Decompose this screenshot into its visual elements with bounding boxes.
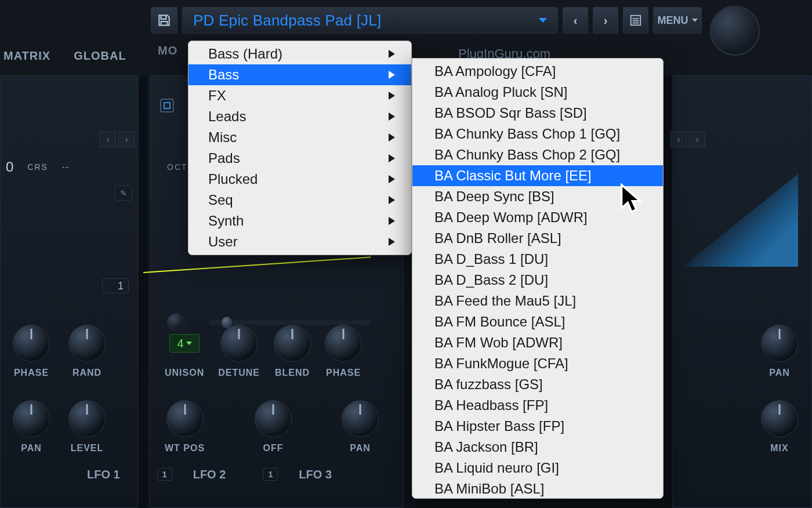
osc-a-page-indicator[interactable]: 1 (102, 278, 129, 293)
category-item-label: Synth (208, 213, 244, 229)
preset-item-label: BA Headbass [FP] (434, 397, 548, 413)
preset-prev-button[interactable]: ‹ (563, 7, 588, 34)
wtpos-knob[interactable] (166, 400, 204, 437)
filter-mix-knob[interactable] (761, 400, 798, 437)
preset-item[interactable]: BA FunkMogue [CFA] (412, 353, 663, 374)
submenu-arrow-icon (389, 113, 395, 121)
level-knob[interactable] (68, 400, 106, 437)
filter-knob-row-1: PAN (761, 325, 798, 378)
preset-item[interactable]: BA MiniBob [ASL] (412, 478, 663, 499)
category-item[interactable]: Pads (188, 148, 411, 169)
pan-knob[interactable] (13, 400, 50, 437)
category-item[interactable]: Misc (188, 127, 411, 148)
preset-item[interactable]: BA FM Bounce [ASL] (412, 311, 663, 332)
osc-a-nav: ‹ › (100, 131, 135, 147)
category-item-label: Leads (208, 108, 246, 125)
phase-label: PHASE (14, 368, 49, 378)
category-item[interactable]: Synth (188, 211, 411, 231)
category-item[interactable]: Bass (Hard) (188, 43, 411, 64)
preset-item[interactable]: BA Ampology [CFA] (412, 61, 663, 82)
lfo2-steps[interactable]: 1 (263, 468, 278, 481)
preset-item[interactable]: BA FM Wob [ADWR] (412, 332, 663, 353)
category-item-label: Pads (208, 150, 240, 166)
category-item-label: Seq (208, 192, 233, 208)
rand-label: RAND (72, 368, 102, 378)
osc-a-coarse-value[interactable]: 0 (6, 159, 13, 175)
master-volume-knob[interactable] (710, 6, 760, 56)
preset-item[interactable]: BA Jackson [BR] (412, 437, 663, 458)
preset-next-button[interactable]: › (593, 7, 618, 34)
preset-item[interactable]: BA D_Bass 1 [DU] (412, 249, 663, 270)
blend-knob[interactable] (274, 325, 311, 362)
osc-a-next-button[interactable]: › (118, 131, 135, 147)
preset-name-label: PD Epic Bandpass Pad [JL] (193, 12, 381, 30)
preset-item[interactable]: BA fuzzbass [GS] (412, 374, 663, 395)
detune-knob[interactable] (220, 325, 258, 362)
warp-knob[interactable] (255, 400, 292, 437)
category-item[interactable]: FX (188, 85, 411, 106)
phase-knob[interactable] (13, 325, 50, 362)
wtpos-label: WT POS (165, 443, 205, 453)
preset-item-label: BA Feed the Mau5 [JL] (434, 293, 576, 309)
preset-item[interactable]: BA BSOD Sqr Bass [SD] (412, 103, 663, 124)
preset-item[interactable]: BA Feed the Mau5 [JL] (412, 291, 663, 311)
tab-matrix[interactable]: MATRIX (3, 49, 50, 63)
lfo1-steps[interactable]: 1 (157, 468, 172, 481)
lfo-tab-row: LFO 1 1 LFO 2 1 LFO 3 (0, 463, 812, 486)
category-item[interactable]: User (188, 231, 411, 252)
osc-a-prev-button[interactable]: ‹ (100, 131, 116, 147)
filter-next-button[interactable]: › (689, 131, 705, 147)
tab-global[interactable]: GLOBAL (74, 49, 126, 63)
tab-lfo3[interactable]: LFO 3 (299, 468, 332, 481)
osc-a-knob-row-2: PAN LEVEL (13, 400, 106, 453)
category-item[interactable]: Bass (188, 64, 411, 85)
preset-item-label: BA DnB Roller [ASL] (434, 230, 561, 246)
preset-item[interactable]: BA D_Bass 2 [DU] (412, 270, 663, 291)
filter-pan-knob[interactable] (761, 325, 798, 362)
tab-mod-partial[interactable]: MO (158, 44, 177, 57)
category-item-label: Bass (Hard) (208, 46, 282, 62)
phase-knob-b[interactable] (325, 325, 362, 362)
main-menu-button[interactable]: MENU (653, 7, 702, 34)
osc-a-knob-row-1: PHASE RAND (13, 325, 106, 378)
submenu-arrow-icon (389, 71, 395, 79)
menu-label: MENU (658, 14, 688, 27)
category-item-label: Bass (208, 67, 239, 83)
chevron-left-icon: ‹ (574, 14, 578, 27)
page-tabs-left: MATRIX GLOBAL (0, 44, 151, 67)
filter-prev-button[interactable]: ‹ (670, 131, 687, 147)
preset-item-label: BA Ampology [CFA] (434, 63, 556, 79)
category-item[interactable]: Leads (188, 106, 411, 127)
save-preset-button[interactable] (151, 7, 177, 34)
tab-lfo2[interactable]: LFO 2 (193, 468, 226, 481)
submenu-arrow-icon (389, 217, 395, 225)
osc-enable-toggle[interactable] (160, 99, 174, 113)
preset-item[interactable]: BA Analog Pluck [SN] (412, 82, 663, 103)
preset-item[interactable]: BA Headbass [FP] (412, 395, 663, 416)
wt-position-slider-track[interactable] (209, 320, 371, 325)
menu-caret-icon (692, 19, 698, 22)
rand-knob[interactable] (68, 325, 106, 362)
preset-item[interactable]: BA Liquid neuro [GI] (412, 458, 663, 478)
preset-item-label: BA Chunky Bass Chop 2 [GQ] (434, 147, 620, 163)
category-item-label: User (208, 234, 238, 250)
category-item[interactable]: Seq (188, 190, 411, 211)
preset-name-dropdown[interactable]: PD Epic Bandpass Pad [JL] (182, 7, 558, 34)
preset-item-label: BA MiniBob [ASL] (434, 481, 544, 497)
unison-label: UNISON (165, 368, 204, 378)
osc-b-knob-row-1: 4 UNISON DETUNE BLEND PHASE (165, 325, 362, 378)
detune-label: DETUNE (218, 368, 260, 378)
preset-browser-button[interactable] (623, 7, 648, 34)
off-label: OFF (263, 443, 284, 453)
level-label: LEVEL (71, 443, 104, 453)
preset-item[interactable]: BA Chunky Bass Chop 2 [GQ] (412, 144, 663, 165)
pan-knob-b[interactable] (342, 400, 379, 437)
stepper-caret-icon (186, 342, 192, 345)
tab-lfo1[interactable]: LFO 1 (87, 468, 120, 481)
unison-voices-stepper[interactable]: 4 (169, 334, 200, 353)
preset-item[interactable]: BA Hipster Bass [FP] (412, 416, 663, 437)
category-item[interactable]: Plucked (188, 169, 411, 190)
preset-item[interactable]: BA Chunky Bass Chop 1 [GQ] (412, 124, 663, 144)
wavetable-edit-button[interactable]: ✎ (115, 186, 132, 201)
preset-item[interactable]: BA DnB Roller [ASL] (412, 228, 663, 249)
